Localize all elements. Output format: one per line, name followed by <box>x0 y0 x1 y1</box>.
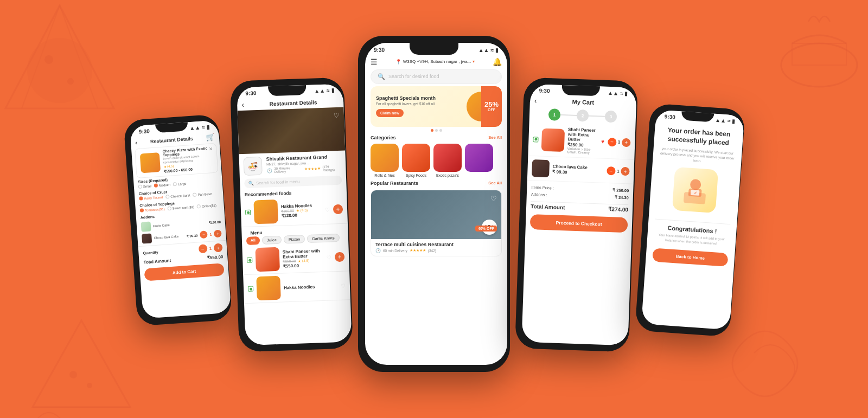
phone3-see-all-restaurants[interactable]: See All <box>488 181 502 185</box>
phone3-banner: Spaghetti Specials month For all spaghet… <box>371 86 502 127</box>
phone3-clock-icon: 🕐 <box>375 248 381 253</box>
phone4-item-info-2: Choco lava Cake ₹ 99.30 <box>552 163 603 175</box>
phone3-see-all[interactable]: See All <box>488 135 502 140</box>
phone4-qty-minus-1[interactable]: − <box>608 137 617 146</box>
phone3-dot-1 <box>431 129 433 132</box>
phone3-rest-heart-icon[interactable]: ♡ <box>490 195 497 203</box>
phone3-search-bar[interactable]: 🔍 Search for desired food <box>371 69 502 84</box>
phone1-addon2-plus[interactable]: + <box>214 229 222 237</box>
phone2-food-item-1: Hakka Noodles ₹100.00 ★ (4.5) ₹120.00 ♡ … <box>240 195 348 227</box>
phone1-qty-plus[interactable]: + <box>214 243 223 252</box>
phone2-food-item-2: Shahi Paneer with Extra Butter ₹650.00 ★… <box>242 242 349 275</box>
phone3-cat-extra[interactable] <box>465 144 493 177</box>
phone3-categories-label: Categories <box>371 135 396 140</box>
phone4-step-line-2 <box>589 115 605 117</box>
phone1-cart-icon[interactable]: 🛒 <box>206 132 215 141</box>
phone1-total-label: Total Amount <box>143 258 171 265</box>
phone1-topping-2[interactable]: Sweet corn($2) <box>167 205 194 210</box>
phone3-popular-header: Popular Restaurants See All <box>365 179 507 188</box>
phone3-banner-text: Spaghetti Specials month For all spaghet… <box>376 95 462 117</box>
phone3-delivery-time: 60 min Delivery <box>383 249 407 253</box>
phone1-crust-cheese[interactable]: Cheeze Burst <box>165 193 190 198</box>
phone5-congrats-title: Congratulations ! <box>667 224 717 234</box>
phone3-cat-spicy[interactable]: Spicy Foods <box>402 144 430 177</box>
phone4-qty-plus-1[interactable]: + <box>622 138 631 147</box>
phone4-items-price-val: ₹ 250.00 <box>612 188 629 193</box>
phone1-addon2-price-qty: ₹ 99.30 − 1 + <box>186 229 221 239</box>
phone1-crust-hand[interactable]: Hand Tossed <box>139 195 163 201</box>
phone2-restaurant-info: 🍜 Shivalik Restaurant Grand HN27, shival… <box>239 150 346 179</box>
phone1-topping1-dot <box>140 208 144 212</box>
phone3-discount-pct: 25% <box>484 101 499 108</box>
phone2-food-name-2: Shahi Paneer with Extra Butter <box>283 248 324 259</box>
phone1-addon1-info: Fruits Cake <box>141 220 170 232</box>
phone2-restaurant-details: Shivalik Restaurant Grand HN27, shivalik… <box>266 153 342 173</box>
phone2-veg-indicator-2 <box>247 257 252 262</box>
phone1-size-small[interactable]: Small <box>138 184 151 189</box>
phone4-screen: 9:30 ▲▲ ≈ ▮ ‹ My Cart 1 2 3 <box>521 83 636 345</box>
phone4-qty-num-1: 1 <box>618 139 621 144</box>
phone2-hero-image: ♡ <box>238 107 346 154</box>
phone1-addon2-img <box>142 233 152 243</box>
phone1-qty-control: − 1 + <box>198 243 222 253</box>
phone3-cat-pizza[interactable]: Exotic pizza's <box>433 144 462 177</box>
phone5-battery: ▮ <box>732 118 736 124</box>
phone2-tab-all[interactable]: All <box>246 236 260 245</box>
phone5-home-btn[interactable]: Back to Home <box>652 248 728 267</box>
phone4-back-btn[interactable]: ‹ <box>534 96 537 105</box>
phone3-screen: 9:30 ▲▲ ≈ ▮ ☰ 📍 W3SQ +V9H, Subash nagar … <box>365 43 507 365</box>
phone2-tab-juice[interactable]: Juice <box>262 235 282 244</box>
phone1-topping-3[interactable]: Onion($1) <box>197 203 216 208</box>
phone2-back-btn[interactable]: ‹ <box>241 100 244 108</box>
phone4-qty-minus-2[interactable]: − <box>607 166 616 175</box>
phone1-qty-minus[interactable]: − <box>198 244 207 253</box>
phone2-food-og-price-2: ₹650.00 <box>283 259 296 263</box>
phone2-tab-garlic[interactable]: Garlic Knots <box>307 233 340 242</box>
phone3-header: ☰ 📍 W3SQ +V9H, Subash nagar , jwa... ▾ 🔔 <box>365 54 507 68</box>
phone3-location[interactable]: 📍 W3SQ +V9H, Subash nagar , jwa... ▾ <box>395 59 475 65</box>
phone2-food-og-price-1: ₹100.00 <box>281 208 294 213</box>
phone2-food-add-2[interactable]: + <box>335 252 345 262</box>
phone3-cat-spicy-label: Spicy Foods <box>406 173 427 177</box>
phone4-cart-item-1: Shahi Paneer with Extra Butter ₹250.00 V… <box>528 122 635 159</box>
phone1-size-large[interactable]: Large <box>173 181 187 186</box>
phone4-checkout-btn[interactable]: Proceed to Checkout <box>530 214 628 233</box>
phone3-search-placeholder: Search for desired food <box>388 74 439 79</box>
phone1-addon1-price: ₹150.00 <box>208 220 221 224</box>
phone1-close-btn[interactable]: ✕ <box>208 146 213 152</box>
phone3-claim-btn[interactable]: Claim now <box>376 109 404 117</box>
phone2-food-heart-1[interactable]: ♡ <box>325 207 330 213</box>
phone2-search-icon: 🔍 <box>248 181 254 185</box>
phone3-search-icon: 🔍 <box>378 73 385 80</box>
phone1-size-medium[interactable]: Medium <box>154 183 171 188</box>
phone1-signal-icon: ▲▲ <box>189 124 201 131</box>
phone4-step-2: 2 <box>577 109 589 121</box>
phone4-qty-plus-2[interactable]: + <box>621 166 630 176</box>
phone1-addon2-minus[interactable]: − <box>200 230 208 239</box>
phone3-hamburger-icon[interactable]: ☰ <box>371 57 378 66</box>
phone3-dot-3 <box>439 129 442 132</box>
phone3-cat-rolls-img <box>371 144 399 172</box>
phone3-bell-icon[interactable]: 🔔 <box>493 57 502 66</box>
phone3-discount-off: OFF <box>488 108 495 112</box>
phone2-food-heart-2[interactable]: ♡ <box>327 254 331 260</box>
phone-my-cart: 9:30 ▲▲ ≈ ▮ ‹ My Cart 1 2 3 <box>515 77 638 352</box>
phone2-tab-pizzas[interactable]: Pizzas <box>284 235 305 243</box>
phone2-food-heart-3[interactable]: ♡ <box>341 282 346 288</box>
phone4-cart-item-2: Choco lava Cake ₹ 99.30 − 1 + <box>527 156 634 184</box>
phone2-hero-heart[interactable]: ♡ <box>334 111 340 119</box>
phone1-back-btn[interactable]: ‹ <box>135 139 138 145</box>
phone3-restaurant-card: ♡ 🍽 40% OFF Terrace multi cuisines Resta… <box>371 190 502 256</box>
phone1-topping-1[interactable]: Tomatoes($1) <box>140 207 165 212</box>
phone3-cat-rolls[interactable]: Rolls & fries <box>371 144 399 177</box>
phone2-food-img-2 <box>255 247 280 272</box>
phone5-status-icons: ▲▲ ≈ ▮ <box>715 117 736 124</box>
phone2-restaurant-logo: 🍜 <box>244 156 263 175</box>
phone2-food-rating-1: ★ (4.5) <box>296 208 308 213</box>
phone1-crust-pan[interactable]: Pan Base <box>193 191 212 196</box>
phone1-battery-icon: ▮ <box>206 124 210 130</box>
phone1-screen: 9:30 ▲▲ ≈ ▮ ‹ Restaurant Details 🛒 Cheez… <box>130 120 231 319</box>
phone2-food-add-1[interactable]: + <box>333 204 343 214</box>
phone1-food-card: Cheezy Pizza with Exotic Toppings Lorem … <box>135 143 218 178</box>
phone4-item-heart-1[interactable]: ♥ <box>601 138 604 144</box>
